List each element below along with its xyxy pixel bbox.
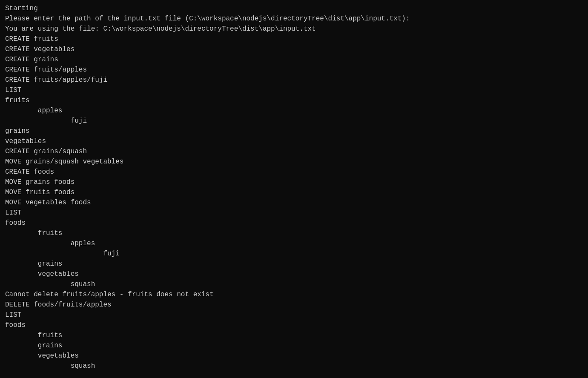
terminal-line: squash — [5, 361, 583, 371]
terminal-line: foods — [5, 218, 583, 228]
terminal-line: grains — [5, 259, 583, 269]
terminal-line: LIST — [5, 310, 583, 320]
terminal-line: MOVE fruits foods — [5, 187, 583, 198]
terminal-line: vegetables — [5, 351, 583, 361]
terminal-line: foods — [5, 320, 583, 330]
terminal-line: DELETE foods/fruits/apples — [5, 300, 583, 310]
terminal-line: MOVE grains foods — [5, 177, 583, 187]
terminal-line: vegetables — [5, 136, 583, 146]
terminal-line: fruits — [5, 95, 583, 106]
terminal-line: CREATE fruits/apples/fuji — [5, 75, 583, 85]
terminal-line: fuji — [5, 116, 583, 126]
terminal-line: CREATE grains/squash — [5, 146, 583, 157]
terminal-line: MOVE grains/squash vegetables — [5, 157, 583, 167]
terminal-line: apples — [5, 106, 583, 116]
terminal-line: apples — [5, 238, 583, 249]
terminal-line: fruits — [5, 330, 583, 341]
terminal-line: LIST — [5, 208, 583, 218]
terminal-line: grains — [5, 126, 583, 136]
terminal-output: StartingPlease enter the path of the inp… — [5, 3, 583, 371]
terminal-line: MOVE vegetables foods — [5, 198, 583, 208]
terminal-line: Starting — [5, 3, 583, 14]
terminal-line: LIST — [5, 85, 583, 95]
terminal-line: CREATE foods — [5, 167, 583, 177]
terminal-line: fuji — [5, 249, 583, 259]
terminal-line: grains — [5, 341, 583, 351]
terminal-line: fruits — [5, 228, 583, 238]
terminal-line: Please enter the path of the input.txt f… — [5, 14, 583, 24]
terminal-line: CREATE grains — [5, 54, 583, 65]
terminal-line: CREATE fruits — [5, 34, 583, 44]
terminal-line: You are using the file: C:\workspace\nod… — [5, 24, 583, 34]
terminal-line: squash — [5, 279, 583, 289]
terminal-line: CREATE vegetables — [5, 44, 583, 54]
terminal-line: CREATE fruits/apples — [5, 65, 583, 75]
terminal-line: vegetables — [5, 269, 583, 279]
terminal-line: Cannot delete fruits/apples - fruits doe… — [5, 289, 583, 300]
